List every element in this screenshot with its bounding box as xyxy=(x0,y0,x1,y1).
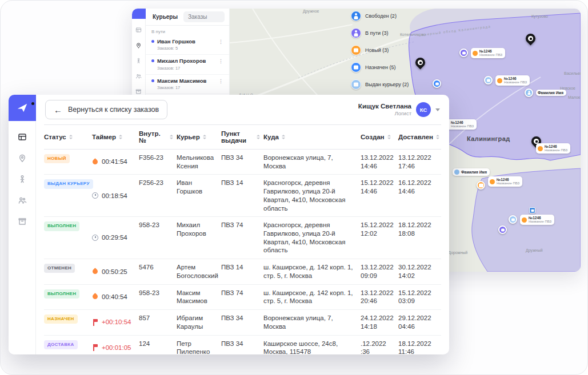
timer-value: +00:10:54 xyxy=(102,318,131,326)
column-label: Куда xyxy=(263,134,279,140)
pvz-pin[interactable] xyxy=(509,215,517,224)
column-header-internal[interactable]: Внутр.№ xyxy=(139,125,177,149)
sidebar-couriers-icon[interactable] xyxy=(135,58,142,64)
pvz-pin[interactable] xyxy=(433,79,441,88)
courier-list-item[interactable]: Максим Максимов Заказов: 17 ⋮ xyxy=(146,75,229,94)
pvz-chip[interactable]: №1246Название ПВЗ xyxy=(471,48,505,58)
order-row[interactable]: НОВЫЙ 00:41:54 F356-23 Мельникова Ксения… xyxy=(44,150,441,175)
pvz-pin[interactable] xyxy=(498,225,507,234)
internal-number: F356-23 xyxy=(139,150,177,174)
courier-chip[interactable]: Фамилия Имя xyxy=(453,168,490,176)
back-arrow-icon: ← xyxy=(54,106,62,114)
pvz-number: №1246 xyxy=(479,49,502,53)
tab-orders[interactable]: Заказы xyxy=(183,11,225,22)
order-row[interactable]: ВЫДАН КУРЬЕРУ 00:18:54 F256-23 Иван Горш… xyxy=(44,175,441,217)
delivered-date: 30.12.2022 14:02 xyxy=(398,259,439,284)
column-header-pickup[interactable]: Пункт выдачи xyxy=(221,125,263,149)
pvz-chip[interactable]: №1246Название ПВЗ xyxy=(536,143,570,154)
status-badge: ВЫДАН КУРЬЕРУ xyxy=(44,179,93,188)
column-header-destination[interactable]: Куда xyxy=(263,125,361,149)
status-badge: ВЫПОЛНЕН xyxy=(44,289,79,299)
sidebar-map-icon[interactable] xyxy=(18,154,27,163)
legend-issued-icon xyxy=(351,79,361,90)
destination-address: Каширское шоссе, 24с8, Москва, 115478 xyxy=(263,336,361,355)
column-label: Таймер xyxy=(92,134,116,140)
pvz-name: Название ПВЗ xyxy=(479,53,502,57)
column-header-courier[interactable]: Курьер xyxy=(177,125,221,149)
store-pin[interactable] xyxy=(415,58,425,67)
avatar: КС xyxy=(416,102,431,117)
sort-icon xyxy=(257,135,260,139)
sidebar-table-icon[interactable] xyxy=(135,27,142,33)
notification-dot xyxy=(31,102,34,105)
created-date: 15.12.2022 14:46 xyxy=(361,175,398,216)
store-pin-icon xyxy=(413,55,427,69)
courier-chip[interactable]: Фамилия Имя xyxy=(536,90,566,96)
kebab-menu-icon[interactable]: ⋮ xyxy=(217,58,225,66)
pvz-pin-icon xyxy=(509,215,517,224)
column-header-timer[interactable]: Таймер xyxy=(92,125,139,149)
delivered-date: 16.12.2022 14:46 xyxy=(398,175,439,216)
sidebar-orders-table-icon[interactable] xyxy=(18,132,27,142)
pvz-chip-icon xyxy=(473,51,478,56)
column-label: Создан xyxy=(361,134,385,140)
created-date: 13.12.2022 09:09 xyxy=(361,259,398,284)
pvz-chip[interactable]: №1246Название ПВЗ xyxy=(520,215,554,225)
pvz-pin[interactable] xyxy=(477,181,485,189)
pvz-pin[interactable] xyxy=(484,76,493,84)
kebab-menu-icon[interactable]: ⋮ xyxy=(217,78,225,86)
sidebar-couriers-icon[interactable] xyxy=(18,175,27,184)
courier-orders-count: Заказов: 17 xyxy=(157,66,206,71)
sidebar-users-icon[interactable] xyxy=(18,196,27,205)
sort-icon xyxy=(69,135,73,139)
legend-item-issued[interactable]: Выдан курьеру (2) xyxy=(351,79,409,90)
created-date: .12.2022 :36 xyxy=(361,336,398,355)
legend-item-free[interactable]: Свободен (2) xyxy=(351,11,409,21)
order-row[interactable]: ВЫПОЛНЕН 00:29:54 958-23 Михаил Прохоров… xyxy=(44,217,441,259)
sidebar-users-icon[interactable] xyxy=(135,73,142,79)
user-menu[interactable]: Кищук Светлана Логист КС xyxy=(358,102,440,117)
chevron-down-icon xyxy=(435,108,440,111)
sidebar-archive-icon[interactable] xyxy=(18,217,27,226)
pvz-chip[interactable]: №1246Название ПВЗ xyxy=(488,176,522,187)
status-badge: ДОСТАВКА xyxy=(44,340,78,349)
order-row[interactable]: ДОСТАВКА +00:01:05 124 Петр Пилепенко ПВ… xyxy=(44,336,441,355)
column-header-created[interactable]: Создан xyxy=(361,125,398,149)
back-to-orders-button[interactable]: ← Вернуться к списку заказов xyxy=(45,100,167,119)
courier-list-item[interactable]: Михаил Прохоров Заказов: 17 ⋮ xyxy=(146,55,229,74)
column-header-delivered[interactable]: Доставлен xyxy=(398,125,439,149)
destination-address: Красногорск, деревня Гаврилково, улица 2… xyxy=(263,217,361,259)
table-header-row: Статус Таймер Внутр.№ Курьер Пункт выдач… xyxy=(44,124,441,150)
legend-item-assigned[interactable]: Назначен (5) xyxy=(351,62,409,72)
app-logo[interactable] xyxy=(9,95,36,121)
courier-pin[interactable] xyxy=(525,88,533,97)
app-page: Курьеры Заказы В пути Иван Горшков Заказ… xyxy=(0,0,588,375)
order-row[interactable]: НАЗНАЧЕН +00:10:54 857 Ибрагим Караулы П… xyxy=(44,310,441,335)
courier-list-item[interactable]: Иван Горшков Заказов: 5 ⋮ xyxy=(146,35,229,55)
column-label: Доставлен xyxy=(398,134,433,140)
legend-item-new[interactable]: Новый (3) xyxy=(351,45,409,55)
app-logo-mini[interactable] xyxy=(132,9,146,19)
legend-item-in-transit[interactable]: В пути (3) xyxy=(351,28,409,38)
order-row[interactable]: ОТМЕНЕН 00:50:25 5476 Артем Богословский… xyxy=(44,259,441,284)
legend-label: Назначен (5) xyxy=(365,64,395,70)
pvz-pin[interactable] xyxy=(459,49,468,57)
pvz-chip[interactable]: №1246Название ПВЗ xyxy=(495,75,530,86)
main-sidebar xyxy=(9,95,36,354)
status-badge: НОВЫЙ xyxy=(44,154,70,163)
status-dot xyxy=(151,79,154,82)
column-label: Курьер xyxy=(177,134,200,140)
user-role: Логист xyxy=(358,110,411,116)
order-row[interactable]: ВЫПОЛНЕН 00:40:54 958-23 Максим Максимов… xyxy=(44,285,441,310)
sidebar-archive-icon[interactable] xyxy=(135,88,142,95)
courier-label: Фамилия Имя xyxy=(538,91,563,95)
courier-orders-count: Заказов: 5 xyxy=(157,46,195,51)
pvz-name: Название ПВЗ xyxy=(497,182,519,186)
pvz-name: Название ПВЗ xyxy=(451,124,474,128)
status-badge: ВЫПОЛНЕН xyxy=(44,221,79,231)
column-header-status[interactable]: Статус xyxy=(44,125,92,149)
store-pin[interactable] xyxy=(526,34,535,43)
tab-couriers[interactable]: Курьеры xyxy=(150,11,180,22)
kebab-menu-icon[interactable]: ⋮ xyxy=(217,38,225,46)
sidebar-map-icon[interactable] xyxy=(135,42,142,49)
